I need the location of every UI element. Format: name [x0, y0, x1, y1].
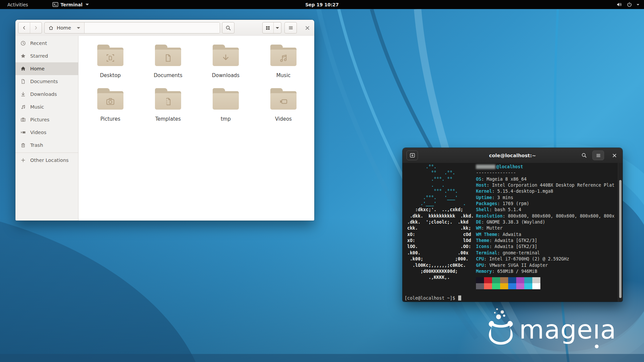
- folder-label: tmp: [221, 116, 231, 122]
- chevron-down-icon: [77, 27, 80, 29]
- back-button[interactable]: [18, 22, 30, 33]
- sidebar-item-label: Videos: [30, 130, 46, 135]
- neofetch-info-line: GPU: VMware SVGA II Adapter: [476, 262, 614, 268]
- folder-label: Documents: [154, 72, 182, 78]
- close-button[interactable]: [303, 23, 312, 33]
- folder-item-videos[interactable]: Videos: [255, 87, 312, 131]
- neofetch-info-line: Memory: 658MiB / 946MiB: [476, 268, 614, 275]
- camera-emblem-icon: [105, 97, 115, 107]
- folder-item-pictures[interactable]: Pictures: [82, 87, 139, 131]
- path-bar: Home: [44, 22, 220, 34]
- folder-front: [270, 93, 297, 110]
- sidebar-item-trash[interactable]: Trash: [15, 139, 78, 152]
- mageia-cauldron-icon: [487, 308, 515, 345]
- desktop-emblem-icon: [105, 53, 115, 63]
- shell-prompt: [cole@localhost ~]$: [405, 295, 461, 301]
- terminal-menu-button[interactable]: [592, 150, 604, 160]
- palette-swatch: [516, 277, 524, 283]
- sidebar-divider: [15, 153, 78, 153]
- neofetch-info: @localhost---------------OS: Mageia 8 x8…: [476, 164, 614, 275]
- search-button[interactable]: [222, 22, 234, 34]
- folder-item-downloads[interactable]: Downloads: [197, 44, 255, 87]
- logo-letter: a: [600, 317, 616, 343]
- chevron-left-icon: [21, 25, 27, 31]
- palette-row: [476, 283, 540, 289]
- palette-swatch: [524, 277, 532, 283]
- folder-item-tmp[interactable]: tmp: [197, 87, 255, 131]
- path-bar-entry[interactable]: [85, 22, 220, 33]
- sidebar-item-music[interactable]: Music: [15, 101, 78, 113]
- sidebar-item-starred[interactable]: Starred: [15, 50, 78, 62]
- sidebar-item-videos[interactable]: Videos: [15, 126, 78, 139]
- home-icon: [20, 66, 26, 71]
- files-content-area[interactable]: DesktopDocumentsDownloadsMusicPicturesTe…: [78, 36, 314, 221]
- palette-swatch: [532, 283, 540, 289]
- sidebar-item-home[interactable]: Home: [15, 62, 78, 75]
- path-segment-home[interactable]: Home: [45, 22, 85, 33]
- terminal-scrollbar[interactable]: [618, 163, 623, 302]
- neofetch-info-line: CPU: Intel i7-6700HQ (2) @ 2.592GHz: [476, 256, 614, 262]
- folder-front: [270, 50, 297, 66]
- plus-icon: [20, 158, 26, 163]
- folder-front: [213, 93, 239, 110]
- folder-icon: [155, 45, 181, 66]
- star-icon: [20, 53, 26, 59]
- folder-icon: [97, 45, 123, 66]
- logo-letter: g: [560, 317, 577, 343]
- palette-swatch: [516, 283, 524, 289]
- folder-grid: DesktopDocumentsDownloadsMusicPicturesTe…: [82, 44, 312, 131]
- navigation-buttons: [18, 22, 42, 34]
- view-toggle-button: [262, 22, 281, 34]
- folder-icon: [270, 45, 297, 66]
- neofetch-info-line: WM: Mutter: [476, 225, 614, 231]
- terminal-search-button[interactable]: [579, 150, 589, 160]
- terminal-content[interactable]: .°°. °° .°°. .°°°. °° . . °°° .°°°. .°°°…: [402, 163, 623, 302]
- files-body: RecentStarredHomeDocumentsDownloadsMusic…: [15, 36, 314, 221]
- clock[interactable]: Sep 19 10:27: [305, 2, 339, 7]
- terminal-window: cole@localhost:~ .°°. °° .°°. .°°°. °° .…: [402, 148, 623, 302]
- folder-item-desktop[interactable]: Desktop: [82, 44, 139, 87]
- document-emblem-icon: [163, 53, 173, 63]
- forward-button[interactable]: [30, 22, 42, 33]
- sidebar-item-other-locations[interactable]: Other Locations: [15, 154, 78, 167]
- scrollbar-thumb[interactable]: [619, 180, 622, 298]
- neofetch-info-line: Shell: bash 5.1.4: [476, 207, 614, 213]
- volume-icon[interactable]: [616, 2, 622, 7]
- template-emblem-icon: [163, 97, 173, 107]
- chevron-down-icon: [276, 27, 279, 29]
- activities-button[interactable]: Activities: [4, 2, 32, 7]
- app-menu-terminal[interactable]: Terminal: [52, 2, 89, 7]
- mageia-logo: mageıa: [487, 308, 616, 345]
- grid-view-button[interactable]: [263, 22, 274, 33]
- neofetch-ascii-art: .°°. °° .°°. .°°°. °° . . °°° .°°°. .°°°…: [405, 164, 474, 281]
- sidebar-item-label: Downloads: [30, 92, 57, 97]
- system-status-area[interactable]: [614, 0, 641, 9]
- view-options-dropdown[interactable]: [274, 22, 281, 33]
- folder-label: Music: [276, 72, 291, 78]
- file-icon: [20, 79, 26, 84]
- sidebar-item-documents[interactable]: Documents: [15, 75, 78, 88]
- power-icon[interactable]: [627, 2, 632, 7]
- hamburger-icon: [596, 153, 601, 158]
- neofetch-info-line: Resolution: 800x600, 800x600, 800x600, 8…: [476, 213, 614, 219]
- folder-icon: [213, 88, 239, 110]
- files-window: Home RecentStarredHomeDocumentsDownloads…: [15, 20, 314, 221]
- chevron-down-icon: [86, 4, 89, 5]
- palette-swatch: [500, 283, 508, 289]
- sidebar-item-pictures[interactable]: Pictures: [15, 113, 78, 126]
- palette-swatch: [508, 277, 516, 283]
- folder-item-music[interactable]: Music: [255, 44, 312, 87]
- palette-swatch: [492, 283, 500, 289]
- folder-icon: [270, 88, 297, 110]
- logo-letter: e: [577, 317, 593, 343]
- mageia-wordmark: mageıa: [519, 317, 616, 343]
- folder-item-templates[interactable]: Templates: [139, 87, 197, 131]
- sidebar-item-recent[interactable]: Recent: [15, 37, 78, 50]
- sidebar-item-downloads[interactable]: Downloads: [15, 88, 78, 101]
- neofetch-info-line: WM Theme: Adwaita: [476, 232, 614, 238]
- folder-item-documents[interactable]: Documents: [139, 44, 197, 87]
- terminal-close-button[interactable]: [609, 150, 620, 160]
- window-menu-button[interactable]: [284, 22, 297, 34]
- logo-letter: ı: [593, 317, 600, 343]
- close-icon: [612, 153, 617, 158]
